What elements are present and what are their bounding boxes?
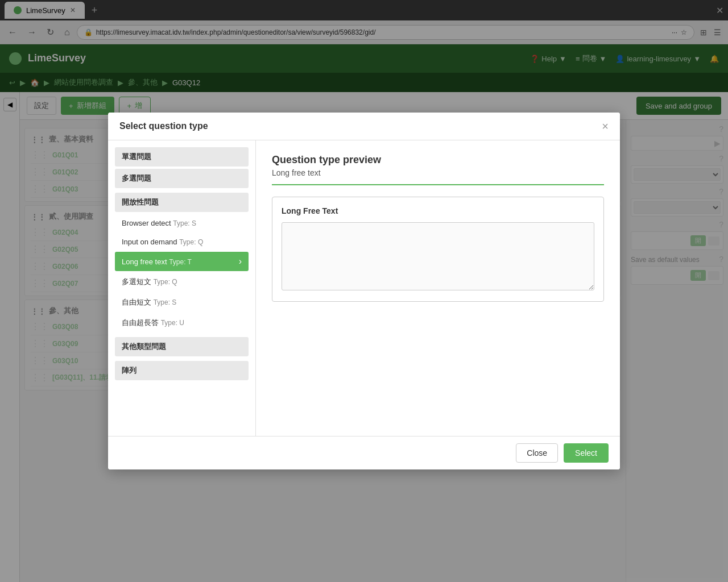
category-array[interactable]: 陣列 (115, 361, 249, 380)
preview-divider (272, 184, 604, 185)
close-button[interactable]: Close (516, 443, 558, 463)
type-code-input-on-demand: Type: Q (179, 238, 203, 246)
chevron-right-icon: › (239, 256, 242, 267)
preview-box-title: Long Free Text (282, 206, 594, 215)
category-open-question[interactable]: 開放性問題 (115, 193, 249, 212)
preview-area: Question type preview Long free text Lon… (256, 140, 620, 436)
modal-body: 單選問題 多選問題 開放性問題 Browser detect Type: S (108, 140, 620, 436)
modal-footer: Close Select (108, 436, 620, 469)
type-item-long-free-text[interactable]: Long free text Type: T › (115, 252, 249, 271)
type-name-multiple-short-text: 多選短文 (122, 277, 151, 286)
type-code-free-short-text: Type: S (154, 298, 177, 306)
modal-close-button[interactable]: × (602, 120, 609, 132)
modal-title: Select question type (119, 121, 208, 131)
category-single-label: 單選問題 (122, 152, 151, 161)
category-other-types[interactable]: 其他類型問題 (115, 337, 249, 356)
category-open-label: 開放性問題 (122, 198, 159, 206)
category-other-label: 其他類型問題 (122, 342, 166, 351)
category-multiple-label: 多選問題 (122, 174, 151, 182)
select-label: Select (575, 448, 597, 458)
type-name-input-on-demand: Input on demand (122, 238, 177, 246)
type-code-free-super-long: Type: U (161, 319, 184, 327)
preview-title: Question type preview (272, 154, 604, 166)
type-item-input-on-demand[interactable]: Input on demand Type: Q (115, 233, 249, 251)
type-item-browser-detect[interactable]: Browser detect Type: S (115, 214, 249, 232)
modal-overlay: Select question type × 單選問題 多選問題 開放性問題 (0, 0, 728, 582)
question-types-panel: 單選問題 多選問題 開放性問題 Browser detect Type: S (108, 140, 256, 436)
type-name-free-super-long: 自由超長答 (122, 318, 159, 327)
type-code-multiple-short-text: Type: Q (154, 278, 177, 286)
type-item-multiple-short-text[interactable]: 多選短文 Type: Q (115, 272, 249, 292)
modal-header: Select question type × (108, 113, 620, 140)
preview-box: Long Free Text (272, 197, 604, 302)
preview-textarea[interactable] (282, 222, 594, 290)
category-multiple-choice[interactable]: 多選問題 (115, 169, 249, 188)
category-array-label: 陣列 (122, 366, 136, 375)
type-name-free-short-text: 自由短文 (122, 298, 151, 306)
close-label: Close (527, 448, 547, 458)
type-name-long-free-text: Long free text Type: T (122, 257, 239, 266)
select-button[interactable]: Select (564, 443, 609, 463)
type-item-free-short-text[interactable]: 自由短文 Type: S (115, 293, 249, 312)
category-single-choice[interactable]: 單選問題 (115, 147, 249, 167)
type-name-browser-detect: Browser detect (122, 219, 171, 227)
select-question-type-modal: Select question type × 單選問題 多選問題 開放性問題 (108, 113, 620, 469)
preview-subtitle: Long free text (272, 168, 604, 177)
type-code-browser-detect: Type: S (173, 219, 196, 227)
type-item-free-super-long[interactable]: 自由超長答 Type: U (115, 313, 249, 332)
